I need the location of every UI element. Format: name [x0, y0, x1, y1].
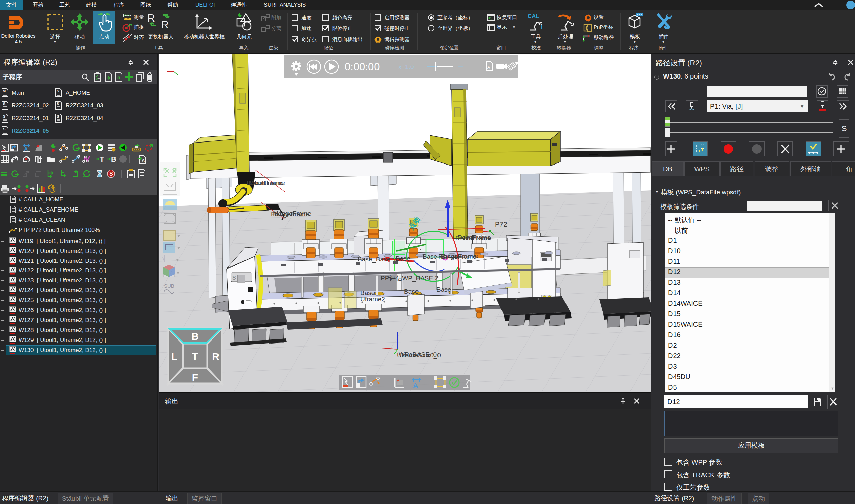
svg-text:L: L — [171, 351, 177, 362]
svg-text:B: B — [111, 155, 117, 163]
svg-text:CAL: CAL — [528, 13, 539, 19]
svg-text:Uframe2: Uframe2 — [360, 295, 385, 303]
svg-text:A: A — [24, 146, 28, 151]
svg-text:S: S — [3, 127, 5, 131]
svg-text:Base: Base — [437, 286, 451, 293]
svg-text:F: F — [192, 372, 198, 383]
svg-text:R: R — [161, 19, 168, 29]
svg-text:P72: P72 — [495, 221, 507, 228]
svg-text:M: M — [3, 89, 6, 93]
svg-text:R: R — [212, 351, 219, 362]
svg-text:A: A — [413, 382, 418, 389]
svg-text:PP评估WP_BASE 2: PP评估WP_BASE 2 — [380, 274, 439, 282]
svg-text:FlangeFrame: FlangeFrame — [438, 253, 477, 260]
svg-text:S: S — [56, 114, 59, 119]
svg-text:S: S — [56, 102, 59, 106]
svg-text:Base: Base — [404, 288, 418, 295]
svg-text:B: B — [191, 331, 199, 342]
svg-text:Base: Base — [395, 255, 410, 262]
svg-text:T: T — [192, 351, 198, 362]
svg-text:FlangeFrame: FlangeFrame — [271, 211, 309, 218]
svg-text:S: S — [56, 89, 59, 93]
svg-text:T: T — [100, 155, 104, 163]
svg-text:S: S — [142, 159, 145, 163]
svg-text:Base_Base: Base_Base — [358, 255, 390, 263]
svg-text:S: S — [109, 171, 113, 177]
svg-text:SUB: SUB — [164, 283, 174, 289]
svg-text:RobotFrame: RobotFrame — [456, 235, 491, 242]
svg-text:x 1.0: x 1.0 — [398, 63, 414, 70]
svg-text:0:00:00: 0:00:00 — [345, 61, 379, 73]
svg-text:S: S — [3, 114, 5, 119]
svg-text:S: S — [3, 102, 5, 106]
svg-text:RobotFrame: RobotFrame — [247, 179, 282, 186]
svg-text:A: A — [487, 65, 490, 70]
svg-text:UframeAxis0_0: UframeAxis0_0 — [397, 352, 441, 359]
